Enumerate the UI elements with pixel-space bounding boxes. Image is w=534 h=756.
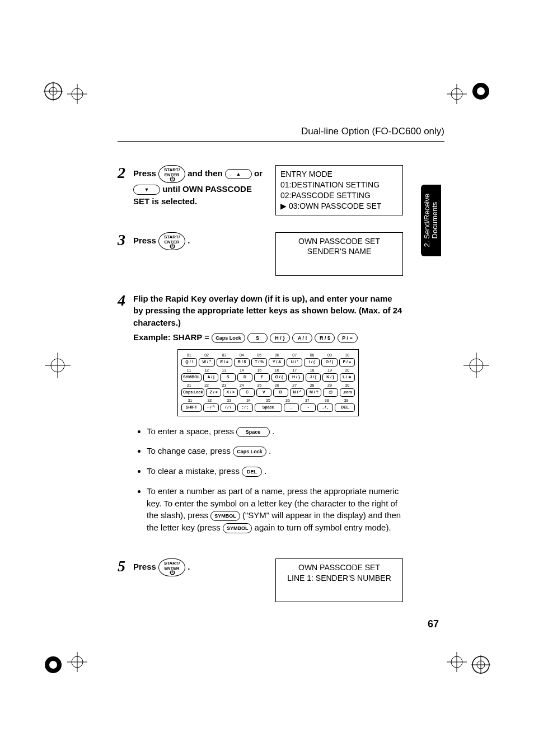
text: To change case, press — [147, 446, 233, 456]
tips-list: To enter a space, press Space . To chang… — [133, 425, 403, 534]
key-icon: B — [273, 388, 288, 397]
space-key-icon: Space — [236, 427, 270, 437]
display-line: 02:PASSCODE SETTING — [280, 190, 398, 201]
step-2-text: Press START/ ENTER ⏻ and then ▲ or ▼ unt… — [133, 165, 268, 208]
key-icon: 10 — [340, 353, 355, 357]
key-icon: 06 — [269, 353, 284, 357]
header-rule — [118, 141, 444, 142]
display-line: 01:DESTINATION SETTING — [280, 180, 398, 190]
key-icon: 38 — [318, 398, 335, 402]
symbol-key-icon: SYMBOL — [223, 523, 252, 533]
key-icon: 20 — [340, 368, 355, 372]
text: . — [188, 562, 190, 571]
key-icon: H / } — [270, 333, 290, 343]
down-arrow-key-icon: ▼ — [133, 185, 160, 195]
key-icon: 22 — [199, 383, 214, 387]
start-enter-key-icon: START/ ENTER ⏻ — [158, 232, 185, 250]
key-icon: P / = — [338, 333, 358, 343]
step-number: 2 — [118, 165, 125, 181]
key-icon: 36 — [279, 398, 296, 402]
key-icon: A / | — [203, 373, 218, 382]
step-2: 2 Press START/ ENTER ⏻ and then ▲ or ▼ u… — [118, 165, 403, 215]
text: . — [264, 466, 266, 476]
key-icon: DEL — [335, 403, 355, 412]
crosshair-icon — [447, 652, 467, 672]
key-icon: M / ? — [306, 388, 321, 397]
crosshair-icon — [67, 84, 87, 104]
text: . — [188, 236, 190, 245]
key-icon: J / [ — [306, 373, 321, 382]
key-icon: 16 — [269, 368, 284, 372]
key-label: START/ — [164, 234, 180, 240]
key-icon: F — [254, 373, 269, 382]
svg-point-19 — [49, 661, 57, 669]
key-icon: .com — [340, 388, 355, 397]
key-icon: Q / ! — [181, 358, 197, 367]
start-enter-key-icon: START/ ENTER ⏻ — [158, 558, 185, 576]
page-header: Dual-line Option (FO-DC600 only) — [118, 126, 444, 137]
key-icon: R / $ — [234, 358, 250, 367]
key-icon: 34 — [240, 398, 257, 402]
key-icon: 09 — [322, 353, 337, 357]
registration-mark-icon — [44, 82, 63, 101]
lcd-display: OWN PASSCODE SET LINE 1: SENDER'S NUMBER — [275, 558, 403, 602]
step-3-text: Press START/ ENTER ⏻ . — [133, 232, 268, 250]
key-icon: 05 — [252, 353, 267, 357]
power-icon: ⏻ — [170, 177, 175, 181]
key-icon: X / > — [223, 388, 238, 397]
text: Example: SHARP = — [133, 332, 212, 342]
list-item: To change case, press Caps Lock . — [147, 445, 403, 457]
display-line: OWN PASSCODE SET — [280, 236, 398, 247]
key-icon: 18 — [305, 368, 320, 372]
step-3: 3 Press START/ ENTER ⏻ . OWN PASSCODE SE… — [118, 232, 403, 276]
key-icon: - — [301, 403, 316, 412]
text: and then — [188, 168, 225, 178]
key-icon: 13 — [217, 368, 232, 372]
power-icon: ⏻ — [170, 245, 175, 248]
display-line: SENDER'S NAME — [280, 246, 398, 257]
step-4: 4 Flip the Rapid Key overlay down (if it… — [118, 293, 403, 542]
display-line: LINE 1: SENDER'S NUMBER — [280, 573, 398, 584]
key-icon: 35 — [260, 398, 277, 402]
page-number: 67 — [428, 618, 439, 630]
key-icon: 04 — [234, 353, 249, 357]
symbol-key-icon: SYMBOL — [210, 511, 240, 521]
step-4-text: Flip the Rapid Key overlay down (if it i… — [133, 293, 403, 329]
step-4-example: Example: SHARP = Caps Lock S H / } A / !… — [133, 331, 403, 344]
key-label: START/ — [164, 561, 180, 566]
registration-mark-icon — [471, 655, 490, 674]
key-icon: 24 — [234, 383, 249, 387]
svg-point-11 — [477, 87, 485, 95]
key-icon: W / " — [199, 358, 214, 367]
key-icon: E / # — [217, 358, 232, 367]
registration-mark-icon — [471, 82, 490, 101]
text: again to turn off symbol entry mode). — [255, 523, 391, 532]
list-item: To enter a number as part of a name, pre… — [147, 485, 403, 534]
step-number: 5 — [118, 558, 125, 574]
key-icon: T / % — [251, 358, 267, 367]
text: To clear a mistake, press — [147, 466, 242, 476]
text: . — [272, 426, 274, 436]
key-icon: L / ∗ — [340, 373, 355, 382]
key-icon: 27 — [287, 383, 302, 387]
power-icon: ⏻ — [170, 571, 175, 574]
key-icon: 31 — [181, 398, 199, 402]
key-icon: Y / & — [269, 358, 284, 367]
key-icon: 37 — [298, 398, 316, 402]
text: or — [254, 168, 263, 178]
key-icon: @ — [323, 388, 338, 397]
key-icon: 33 — [221, 398, 238, 402]
key-icon: R / $ — [315, 333, 335, 343]
key-icon: 29 — [322, 383, 337, 387]
crosshair-icon — [463, 353, 489, 378]
key-icon: 23 — [217, 383, 232, 387]
key-icon: Space — [255, 403, 282, 412]
key-icon: 12 — [199, 368, 214, 372]
list-item: To clear a mistake, press DEL . — [147, 465, 403, 477]
key-icon: S — [247, 333, 268, 343]
key-icon: I / ( — [304, 358, 320, 367]
key-icon: H / } — [288, 373, 303, 382]
key-icon: Caps Lock — [212, 333, 245, 343]
page: Dual-line Option (FO-DC600 only) 2. Send… — [0, 0, 534, 756]
start-enter-key-icon: START/ ENTER ⏻ — [158, 165, 185, 183]
